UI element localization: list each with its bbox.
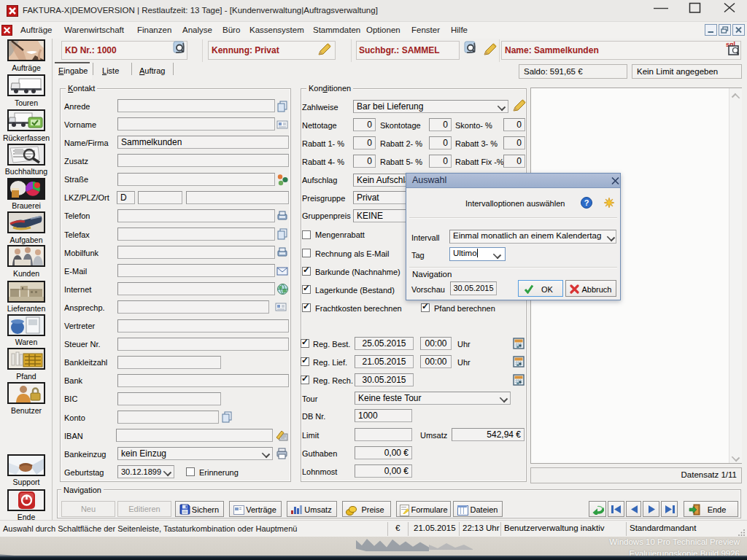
svg-text:?: ? [584,198,589,207]
